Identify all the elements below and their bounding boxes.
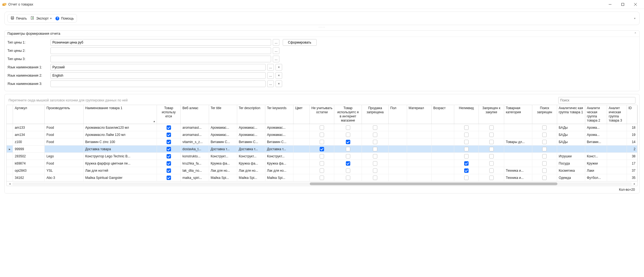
price1-input[interactable] (50, 39, 271, 46)
cell-no-ost[interactable] (309, 153, 334, 160)
close-button[interactable] (629, 0, 642, 9)
cell-no-search[interactable] (532, 167, 557, 174)
checkbox[interactable] (542, 147, 547, 151)
cell-no-buy[interactable] (479, 153, 504, 160)
checkbox[interactable] (373, 154, 377, 158)
cell-ishop[interactable] (334, 160, 362, 167)
checkbox[interactable] (320, 154, 324, 158)
cell-no-sale[interactable] (362, 124, 389, 131)
checkbox[interactable] (373, 140, 377, 144)
cell-name1[interactable]: Конструктор Lego Technic B... (83, 153, 157, 160)
checkbox[interactable] (346, 168, 350, 173)
col-manufacturer[interactable]: Производитель (45, 105, 84, 124)
cell-no-buy[interactable] (479, 167, 504, 174)
cell-art[interactable]: 99999 (13, 146, 45, 153)
cell-no-search[interactable] (532, 174, 557, 181)
cell-no-sale[interactable] (362, 138, 389, 146)
expand-button[interactable]: ▸ (7, 146, 13, 153)
cell-illiquid[interactable] (454, 174, 479, 181)
cell-ishop[interactable] (334, 124, 362, 131)
col-no-buy[interactable]: Запрещен к закупке (479, 105, 504, 124)
checkbox[interactable] (167, 161, 171, 166)
lang3-picker-button[interactable]: ... (267, 80, 274, 87)
table-row[interactable]: am134FoodАромамасло Лайм 120 млaromamasl… (7, 131, 637, 138)
cell-category[interactable] (504, 160, 532, 167)
cell-no-ost[interactable] (309, 167, 334, 174)
checkbox[interactable] (373, 176, 377, 180)
cell-alias[interactable]: vitamin_s_z... (181, 138, 209, 146)
col-used[interactable]: Товар использу ется (157, 105, 181, 124)
cell-color[interactable] (293, 167, 310, 174)
cell-illiquid[interactable] (454, 153, 479, 160)
cell-id[interactable]: 14 (627, 138, 637, 146)
checkbox[interactable] (373, 147, 377, 151)
cell-age[interactable] (431, 131, 454, 138)
cell-category[interactable] (504, 131, 532, 138)
checkbox[interactable] (346, 154, 350, 158)
cell-used[interactable] (157, 153, 181, 160)
cell-ter-desc[interactable]: Аромамас... (237, 124, 265, 131)
params-collapse-button[interactable]: ⌃ (634, 32, 637, 36)
export-button[interactable]: Экспорт ▾ (31, 16, 52, 21)
cell-color[interactable] (293, 160, 310, 167)
cell-manufacturer[interactable] (45, 146, 84, 153)
cell-manufacturer[interactable]: YSL (45, 167, 84, 174)
cell-no-sale[interactable] (362, 160, 389, 167)
cell-no-buy[interactable] (479, 160, 504, 167)
cell-no-ost[interactable] (309, 174, 334, 181)
cell-material[interactable] (407, 146, 431, 153)
maximize-button[interactable] (616, 0, 629, 9)
cell-used[interactable] (157, 174, 181, 181)
cell-ag1[interactable]: Одежда (557, 174, 585, 181)
table-row[interactable]: 283502LegoКонструктор Lego Technic B...k… (7, 153, 637, 160)
cell-category[interactable] (504, 153, 532, 160)
toolbar-collapse-button[interactable]: ▾ (633, 16, 637, 21)
cell-color[interactable] (293, 131, 310, 138)
cell-ishop[interactable] (334, 174, 362, 181)
cell-art[interactable]: am134 (13, 131, 45, 138)
cell-material[interactable] (407, 160, 431, 167)
price2-input[interactable] (50, 47, 271, 54)
cell-manufacturer[interactable]: Food (45, 124, 84, 131)
checkbox[interactable] (346, 140, 350, 144)
cell-illiquid[interactable] (454, 138, 479, 146)
checkbox[interactable] (489, 168, 494, 173)
cell-gender[interactable] (389, 146, 407, 153)
cell-alias[interactable]: lak_dlia_no... (181, 167, 209, 174)
cell-art[interactable]: z100 (13, 138, 45, 146)
price1-picker-button[interactable]: ... (273, 39, 279, 46)
cell-material[interactable] (407, 138, 431, 146)
splitter[interactable]: ····· (4, 25, 640, 29)
expand-button[interactable] (7, 124, 13, 131)
cell-illiquid[interactable] (454, 124, 479, 131)
cell-art[interactable]: opi2843 (13, 167, 45, 174)
cell-ag2[interactable]: Арома... (585, 124, 607, 131)
col-category[interactable]: Товарная категория (504, 105, 532, 124)
cell-alias[interactable]: aromamasl... (181, 131, 209, 138)
col-art[interactable]: Артикул (13, 105, 45, 124)
cell-ter-desc[interactable]: Доставка т... (237, 146, 265, 153)
cell-ter-desc[interactable]: Майка Spi... (237, 174, 265, 181)
cell-ag2[interactable]: Футбол... (585, 174, 607, 181)
cell-no-ost[interactable] (309, 124, 334, 131)
cell-id[interactable]: 17 (627, 160, 637, 167)
cell-ag3[interactable] (607, 124, 627, 131)
col-material[interactable]: Материал (407, 105, 431, 124)
checkbox[interactable] (542, 125, 547, 130)
cell-color[interactable] (293, 174, 310, 181)
cell-category[interactable] (504, 146, 532, 153)
lang1-clear-button[interactable]: × (276, 64, 282, 71)
cell-no-sale[interactable] (362, 131, 389, 138)
col-name1[interactable]: Наименование товара 1 (83, 105, 150, 124)
cell-no-buy[interactable] (479, 138, 504, 146)
cell-no-buy[interactable] (479, 124, 504, 131)
lang2-input[interactable] (50, 72, 266, 79)
cell-ishop[interactable] (334, 153, 362, 160)
cell-ag1[interactable] (557, 146, 585, 153)
cell-id[interactable]: 2 (627, 146, 637, 153)
cell-name1[interactable]: Майка Spiritual Gangster (83, 174, 157, 181)
cell-ter-title[interactable]: Витамин C... (209, 138, 237, 146)
cell-ag3[interactable] (607, 167, 627, 174)
cell-no-search[interactable] (532, 138, 557, 146)
cell-alias[interactable]: maika_spiri... (181, 174, 209, 181)
